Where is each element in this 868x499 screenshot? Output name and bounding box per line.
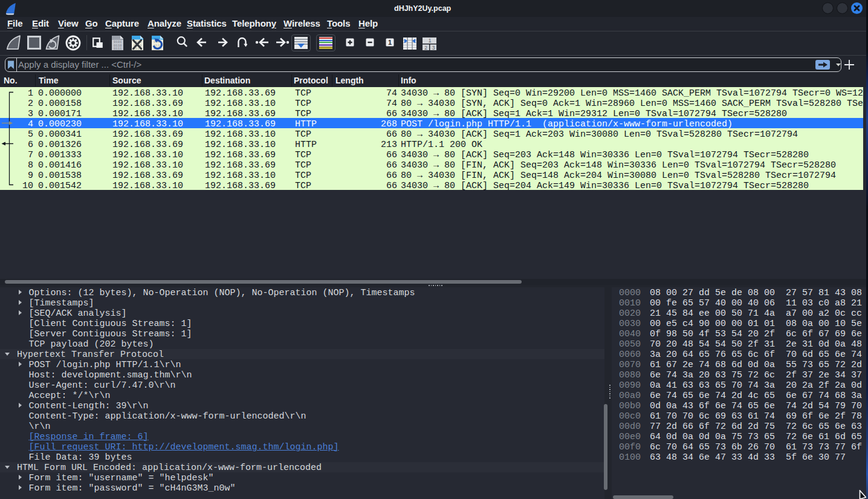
svg-text:1: 1: [388, 39, 392, 46]
svg-text:0111: 0111: [114, 47, 122, 51]
svg-text:2: 2: [424, 45, 427, 51]
svg-text:3: 3: [432, 45, 435, 51]
svg-text:1: 1: [429, 38, 432, 44]
